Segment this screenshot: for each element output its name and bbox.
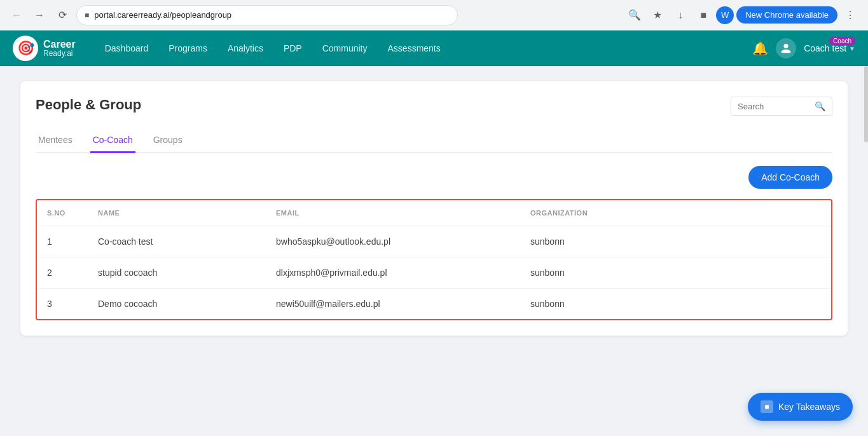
tab-groups[interactable]: Groups [151,128,185,153]
notification-bell[interactable]: 🔔 [752,41,768,56]
bookmark-button[interactable]: ★ [647,5,668,25]
tab-mentees[interactable]: Mentees [36,128,75,153]
cell-name-2: stupid cocoach [88,257,266,289]
browser-chrome: ← → ⟳ ■ portal.careerready.ai/peopleandg… [0,0,868,31]
table-row: 2 stupid cocoach dlxjxmsph0@privmail.edu… [37,257,831,289]
add-co-coach-button[interactable]: Add Co-Coach [748,166,832,189]
page-card: People & Group 🔍 Mentees Co-Coach Groups… [20,81,848,336]
main-content: People & Group 🔍 Mentees Co-Coach Groups… [0,66,868,436]
logo-ready: Ready.ai [43,50,76,58]
key-takeaways-label: Key Takeaways [778,402,840,412]
table-wrapper: S.No NAME EMAIL ORGANIZATION 1 Co-coach … [36,199,832,320]
logo-icon: 🎯 [13,36,38,61]
app-navbar: 🎯 Career Ready.ai Dashboard Programs Ana… [0,31,868,66]
nav-links: Dashboard Programs Analytics PDP Communi… [96,38,752,58]
scroll-indicator [864,66,868,142]
cell-org-1: sunbonn [520,226,831,257]
nav-dashboard[interactable]: Dashboard [96,38,158,58]
nav-pdp[interactable]: PDP [275,38,311,58]
cell-email-3: newi50uilf@mailers.edu.pl [266,289,520,320]
search-icon: 🔍 [815,101,825,111]
logo[interactable]: 🎯 Career Ready.ai [13,36,76,61]
download-button[interactable]: ↓ [670,5,691,25]
search-box: 🔍 [731,97,832,116]
url-text: portal.careerready.ai/peopleandgroup [94,10,450,20]
coach-label-wrapper: Coach Coach test ▼ [804,43,855,53]
table-header: S.No NAME EMAIL ORGANIZATION [37,200,831,226]
user-icon [780,43,792,54]
user-avatar[interactable] [776,38,796,58]
key-takeaways-button[interactable]: ■ Key Takeaways [748,393,853,421]
forward-button[interactable]: → [31,6,48,24]
action-row: Add Co-Coach [36,166,832,189]
co-coach-table: S.No NAME EMAIL ORGANIZATION 1 Co-coach … [37,200,831,319]
profile-circle[interactable]: W [716,6,734,24]
cell-org-3: sunbonn [520,289,831,320]
tab-co-coach[interactable]: Co-Coach [90,128,135,153]
cell-name-3: Demo cocoach [88,289,266,320]
col-header-email: EMAIL [266,200,520,226]
page-title: People & Group [36,97,141,113]
nav-assessments[interactable]: Assessments [379,38,450,58]
key-takeaways-icon: ■ [761,400,773,413]
tabs-container: Mentees Co-Coach Groups [36,128,832,153]
search-input[interactable] [738,102,811,111]
nav-programs[interactable]: Programs [160,38,216,58]
nav-community[interactable]: Community [313,38,376,58]
chrome-update-button[interactable]: New Chrome available [736,6,837,24]
secure-icon: ■ [85,11,89,20]
col-header-sno: S.No [37,200,88,226]
logo-text: Career Ready.ai [43,39,76,58]
table-header-row: S.No NAME EMAIL ORGANIZATION [37,200,831,226]
table-row: 1 Co-coach test bwho5aspku@outlook.edu.p… [37,226,831,257]
cell-sno-2: 2 [37,257,88,289]
coach-chevron-icon: ▼ [849,45,855,52]
search-browser-button[interactable]: 🔍 [624,5,645,25]
table-row: 3 Demo cocoach newi50uilf@mailers.edu.pl… [37,289,831,320]
cell-email-2: dlxjxmsph0@privmail.edu.pl [266,257,520,289]
coach-badge: Coach [829,37,855,45]
cell-email-1: bwho5aspku@outlook.edu.pl [266,226,520,257]
cell-org-2: sunbonn [520,257,831,289]
col-header-name: NAME [88,200,266,226]
page-header: People & Group 🔍 [36,97,832,116]
chrome-menu-button[interactable]: ⋮ [840,5,860,25]
table-body: 1 Co-coach test bwho5aspku@outlook.edu.p… [37,226,831,320]
cell-sno-1: 1 [37,226,88,257]
extensions-button[interactable]: ■ [693,5,713,25]
logo-career: Career [43,39,76,50]
nav-right: 🔔 Coach Coach test ▼ [752,38,855,58]
nav-analytics[interactable]: Analytics [219,38,272,58]
col-header-organization: ORGANIZATION [520,200,831,226]
cell-name-1: Co-coach test [88,226,266,257]
cell-sno-3: 3 [37,289,88,320]
browser-actions: 🔍 ★ ↓ ■ W New Chrome available ⋮ [624,5,860,25]
reload-button[interactable]: ⟳ [53,6,71,24]
address-bar[interactable]: ■ portal.careerready.ai/peopleandgroup [76,5,458,25]
back-button[interactable]: ← [8,6,25,24]
